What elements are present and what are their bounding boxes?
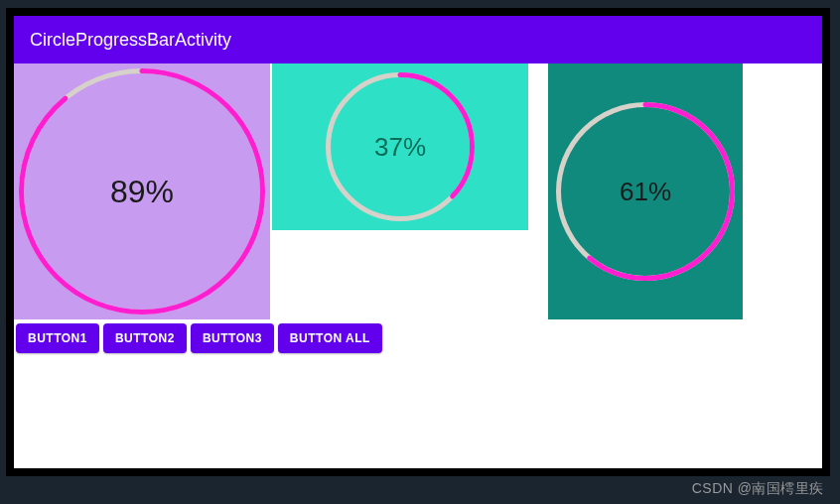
circle-progress-2: 37% [326, 72, 475, 221]
progress-card-1: 89% [14, 63, 270, 319]
app-bar: CircleProgressBarActivity [14, 16, 822, 63]
progress-card-2: 37% [272, 63, 528, 230]
button-2[interactable]: BUTTON2 [103, 323, 187, 353]
page-title: CircleProgressBarActivity [30, 30, 231, 51]
button-all[interactable]: BUTTON ALL [278, 323, 382, 353]
progress-label-2: 37% [326, 72, 475, 221]
button-row: BUTTON1 BUTTON2 BUTTON3 BUTTON ALL [14, 319, 822, 357]
content-area: 89% 37% 61% BUTTON1 BUTTON2 BUTTON [14, 63, 822, 468]
watermark: CSDN @南国樗里疾 [692, 480, 824, 498]
progress-label-1: 89% [19, 68, 265, 315]
button-1[interactable]: BUTTON1 [16, 323, 99, 353]
circle-progress-3: 61% [556, 102, 735, 281]
device-frame: CircleProgressBarActivity 89% 37% 61% [6, 8, 830, 476]
button-3[interactable]: BUTTON3 [191, 323, 274, 353]
progress-label-3: 61% [556, 102, 735, 281]
screen: CircleProgressBarActivity 89% 37% 61% [14, 16, 822, 468]
circle-progress-1: 89% [19, 68, 265, 315]
progress-row: 89% 37% 61% [14, 63, 822, 319]
progress-card-3: 61% [548, 63, 743, 319]
